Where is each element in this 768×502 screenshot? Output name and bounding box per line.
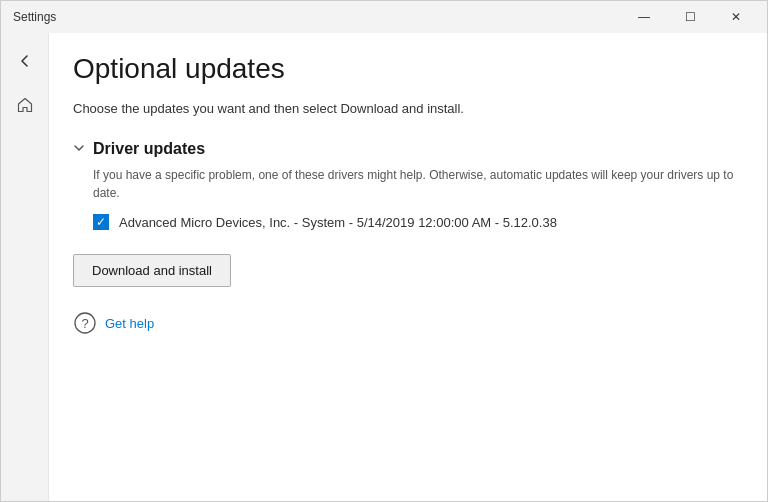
help-icon: ?: [73, 311, 97, 335]
driver-updates-section: Driver updates If you have a specific pr…: [73, 140, 743, 230]
minimize-button[interactable]: —: [621, 1, 667, 33]
driver-label: Advanced Micro Devices, Inc. - System - …: [119, 215, 557, 230]
section-header[interactable]: Driver updates: [73, 140, 743, 158]
section-description: If you have a specific problem, one of t…: [93, 166, 743, 202]
settings-window: Settings — ☐ ✕: [0, 0, 768, 502]
svg-text:?: ?: [81, 316, 88, 331]
content-area: Optional updates Choose the updates you …: [1, 33, 767, 501]
section-title: Driver updates: [93, 140, 205, 158]
chevron-down-icon: [73, 142, 85, 156]
maximize-button[interactable]: ☐: [667, 1, 713, 33]
back-icon: [19, 55, 31, 67]
back-button[interactable]: [5, 41, 45, 81]
title-bar: Settings — ☐ ✕: [1, 1, 767, 33]
page-title: Optional updates: [73, 53, 743, 85]
sidebar: [1, 33, 49, 501]
main-content: Optional updates Choose the updates you …: [49, 33, 767, 501]
checkmark-icon: ✓: [96, 216, 106, 228]
page-subtitle: Choose the updates you want and then sel…: [73, 101, 743, 116]
close-button[interactable]: ✕: [713, 1, 759, 33]
home-icon: [17, 97, 33, 113]
download-install-button[interactable]: Download and install: [73, 254, 231, 287]
title-bar-controls: — ☐ ✕: [621, 1, 759, 33]
driver-item: ✓ Advanced Micro Devices, Inc. - System …: [93, 214, 743, 230]
get-help-link[interactable]: ? Get help: [73, 311, 743, 335]
home-button[interactable]: [5, 85, 45, 125]
title-bar-left: Settings: [13, 10, 56, 24]
window-title: Settings: [13, 10, 56, 24]
driver-checkbox[interactable]: ✓: [93, 214, 109, 230]
get-help-text: Get help: [105, 316, 154, 331]
